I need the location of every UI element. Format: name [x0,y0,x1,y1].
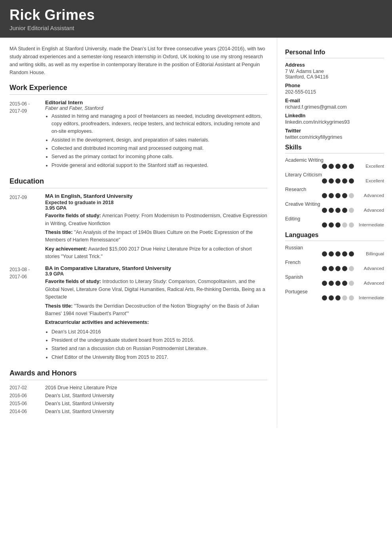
languages-container: RussianBillingualFrenchAdvancedSpanishAd… [285,245,384,300]
edu-date: 2017-09 [10,193,45,260]
dot-filled [329,295,334,300]
edu-fields-label: Favorite fields of study: [45,213,101,218]
dot-filled [329,193,334,198]
edu-gpa: 3.9 GPA [45,271,267,277]
lang-name: Portugese [285,289,384,295]
work-experience-heading: Work Experience [10,84,267,92]
edu-achievement: Key achievement: Awarded $15,000 2017 Dr… [45,245,267,261]
body-wrap: MA Student in English at Stanford Univer… [0,38,392,428]
education-heading: Education [10,177,267,186]
edu-thesis-label: Thesis title: [45,230,72,235]
dot-filled [322,222,327,228]
dot-filled [322,164,327,169]
dot-empty [349,193,354,198]
lang-dots [322,281,354,286]
phone-label: Phone [285,83,384,88]
award-entry: 2014-06 Dean's List, Stanford University [10,409,267,414]
dot-empty [349,281,354,286]
skill-row: Literary CriticismExcellent [285,172,384,184]
awards-heading: Awards and Honors [10,369,267,377]
work-bullet: Collected and distributed incoming mail … [51,145,267,152]
skill-level: Intermediate [356,222,384,227]
skill-name: Academic Writing [285,157,384,163]
edu-achievement: Extracurricular activities and achieveme… [45,319,267,326]
sidebar: Personal Info Address 7 W. Adams LaneSta… [277,38,392,428]
work-bullet: Served as the primary contact for incomi… [51,153,267,161]
dot-filled [329,222,334,228]
skill-level: Advanced [356,193,384,198]
dot-filled [322,193,327,198]
address-label: Address [285,62,384,68]
work-bullet: Assisted in the development, design, and… [51,136,267,144]
award-text: Dean's List, Stanford University [45,409,267,414]
dot-empty [349,208,354,213]
phone-value: 202-555-0115 [285,89,384,95]
edu-entry: 2017-09 MA in English, Stanford Universi… [10,193,267,260]
email-value: richard.f.grimes@gmail.com [285,104,384,110]
skill-dots-wrap: Advanced [285,208,384,213]
lang-name: Russian [285,245,384,251]
edu-achievement-label: Key achievement: [45,246,87,252]
skill-name: Creative Writing [285,201,384,207]
twitter-label: Twitter [285,128,384,134]
dot-filled [322,208,327,213]
personal-info-heading: Personal Info [285,49,384,56]
lang-dots [322,251,354,256]
dot-filled [322,178,327,184]
dot-filled [335,295,341,300]
edu-thesis: Thesis title: "An Analysis of the Impact… [45,229,267,244]
edu-sub: Expected to graduate in 2018 [45,200,267,205]
languages-heading: Languages [285,232,384,239]
dot-filled [329,281,334,286]
skill-level: Excellent [356,164,384,168]
award-entry: 2017-02 2016 Drue Heinz Literature Prize [10,385,267,390]
skill-dots [322,208,354,213]
skill-dots-wrap: Excellent [285,178,384,184]
work-experience-section: Work Experience 2015-06 -2017-09 Editori… [10,84,267,170]
work-company: Faber and Faber, Stanford [45,105,267,111]
skill-name: Research [285,187,384,192]
edu-bullet: Started and ran a discussion club on Rus… [51,345,267,352]
work-bullets: Assisted in hiring and managing a pool o… [45,113,267,170]
lang-row: RussianBillingual [285,245,384,256]
dot-filled [349,178,354,184]
lang-row: FrenchAdvanced [285,260,384,271]
award-text: Dean's List, Stanford University [45,401,267,406]
skill-dots-wrap: Excellent [285,164,384,169]
dot-filled [329,251,334,256]
award-entry: 2016-06 Dean's List, Stanford University [10,393,267,398]
award-text: 2016 Drue Heinz Literature Prize [45,385,267,390]
header: Rick Grimes Junior Editorial Assistant [0,0,392,38]
award-date: 2016-06 [10,393,45,398]
dot-empty [342,295,347,300]
lang-row: PortugeseIntermediate [285,289,384,300]
dot-filled [329,164,334,169]
lang-dots-wrap: Billingual [285,251,384,256]
candidate-name: Rick Grimes [10,7,382,23]
skill-row: ResearchAdvanced [285,187,384,198]
edu-bullet: Dean's List 2014-2016 [51,328,267,336]
edu-fields-label: Favorite fields of study: [45,279,101,284]
edu-detail: MA in English, Stanford University Expec… [45,193,267,260]
dot-empty [342,222,347,228]
dot-filled [322,266,327,271]
lang-level: Advanced [356,281,384,285]
work-bullet: Assisted in hiring and managing a pool o… [51,113,267,136]
dot-filled [342,164,347,169]
edu-achievement-label: Extracurricular activities and achieveme… [45,320,149,325]
edu-gpa: 3.95 GPA [45,205,267,211]
skills-heading: Skills [285,144,384,151]
dot-filled [349,251,354,256]
award-date: 2015-06 [10,401,45,406]
work-bullet: Provide general and editorial support to… [51,162,267,169]
dot-filled [342,281,347,286]
dot-filled [335,193,341,198]
lang-dots-wrap: Advanced [285,281,384,286]
edu-entry: 2013-08 -2017-06 BA in Comparative Litar… [10,265,267,362]
dot-filled [322,295,327,300]
skill-dots [322,222,354,228]
edu-detail: BA in Comparative Litarature, Stanford U… [45,265,267,362]
award-entry: 2015-06 Dean's List, Stanford University [10,401,267,406]
dot-filled [342,178,347,184]
dot-filled [342,193,347,198]
